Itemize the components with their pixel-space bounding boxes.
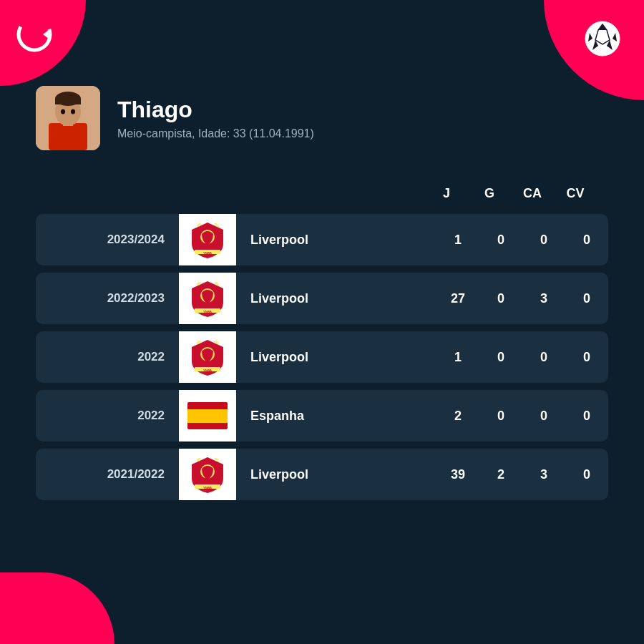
stat-g-cell: 2 bbox=[479, 467, 522, 482]
stat-cv-cell: 0 bbox=[565, 233, 608, 248]
season-cell: 2022 bbox=[36, 338, 179, 376]
season-cell: 2021/2022 bbox=[36, 456, 179, 493]
header-ca: CA bbox=[511, 186, 554, 201]
header-g: G bbox=[468, 186, 511, 201]
club-logo-cell: YNWA bbox=[179, 331, 236, 383]
stat-g-cell: 0 bbox=[479, 233, 522, 248]
stats-header: J G CA CV bbox=[36, 179, 608, 208]
stat-j-cell: 27 bbox=[436, 291, 479, 306]
table-row: 2022 YNWA Liverpool1000 bbox=[36, 331, 608, 383]
rows-container: 2023/2024 YNWA Liverpool10002022/2023 bbox=[36, 214, 608, 500]
season-cell: 2022/2023 bbox=[36, 280, 179, 317]
club-logo-cell: YNWA bbox=[179, 449, 236, 500]
svg-point-16 bbox=[71, 109, 75, 114]
svg-text:YNWA: YNWA bbox=[203, 251, 212, 255]
soccer-ball-icon bbox=[584, 20, 621, 57]
team-name-cell: Liverpool bbox=[236, 280, 436, 318]
season-cell: 2023/2024 bbox=[36, 221, 179, 258]
stat-j-cell: 1 bbox=[436, 350, 479, 365]
stat-cv-cell: 0 bbox=[565, 409, 608, 424]
corner-decoration-bottom-left bbox=[0, 572, 114, 644]
team-name-cell: Liverpool bbox=[236, 456, 436, 494]
stat-g-cell: 0 bbox=[479, 409, 522, 424]
svg-rect-10 bbox=[49, 123, 87, 150]
stats-section: J G CA CV 2023/2024 YNWA Liverp bbox=[36, 179, 608, 507]
table-row: 2022 Espanha2000 bbox=[36, 390, 608, 441]
stat-cv-cell: 0 bbox=[565, 291, 608, 306]
player-info: Thiago Meio-campista, Idade: 33 (11.04.1… bbox=[117, 97, 314, 140]
team-name-cell: Liverpool bbox=[236, 221, 436, 259]
player-details: Meio-campista, Idade: 33 (11.04.1991) bbox=[117, 127, 314, 140]
stat-ca-cell: 0 bbox=[522, 350, 565, 365]
team-name-cell: Espanha bbox=[236, 397, 436, 435]
club-logo-cell bbox=[179, 390, 236, 441]
stat-cv-cell: 0 bbox=[565, 350, 608, 365]
team-name-cell: Liverpool bbox=[236, 338, 436, 376]
svg-text:YNWA: YNWA bbox=[203, 369, 212, 372]
player-avatar bbox=[36, 86, 100, 150]
header-cv: CV bbox=[554, 186, 597, 201]
stat-ca-cell: 3 bbox=[522, 291, 565, 306]
stat-cv-cell: 0 bbox=[565, 467, 608, 482]
stat-j-cell: 1 bbox=[436, 233, 479, 248]
season-cell: 2022 bbox=[36, 397, 179, 434]
svg-text:YNWA: YNWA bbox=[203, 486, 212, 489]
stat-g-cell: 0 bbox=[479, 291, 522, 306]
svg-text:YNWA: YNWA bbox=[203, 310, 212, 313]
svg-rect-14 bbox=[55, 99, 81, 104]
club-logo-cell: YNWA bbox=[179, 273, 236, 324]
stat-ca-cell: 3 bbox=[522, 467, 565, 482]
spain-flag bbox=[187, 402, 228, 429]
stat-ca-cell: 0 bbox=[522, 409, 565, 424]
header-j: J bbox=[425, 186, 468, 201]
player-name: Thiago bbox=[117, 97, 314, 123]
svg-point-15 bbox=[61, 109, 65, 114]
club-logo-cell: YNWA bbox=[179, 214, 236, 265]
app-logo bbox=[16, 16, 53, 53]
table-row: 2021/2022 YNWA Liverpool39230 bbox=[36, 449, 608, 500]
svg-marker-1 bbox=[43, 30, 49, 39]
player-section: Thiago Meio-campista, Idade: 33 (11.04.1… bbox=[36, 86, 608, 150]
table-row: 2022/2023 YNWA Liverpool27030 bbox=[36, 273, 608, 324]
stat-g-cell: 0 bbox=[479, 350, 522, 365]
table-row: 2023/2024 YNWA Liverpool1000 bbox=[36, 214, 608, 265]
stat-j-cell: 39 bbox=[436, 467, 479, 482]
stat-ca-cell: 0 bbox=[522, 233, 565, 248]
stat-j-cell: 2 bbox=[436, 409, 479, 424]
